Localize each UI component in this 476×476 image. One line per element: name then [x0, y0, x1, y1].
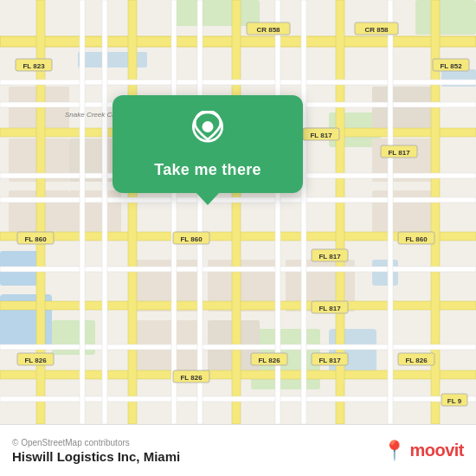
- svg-text:FL 817: FL 817: [318, 357, 341, 364]
- svg-rect-4: [372, 260, 398, 286]
- svg-rect-9: [415, 0, 476, 35]
- map-attribution: © OpenStreetMap contributors: [12, 438, 180, 447]
- moovit-logo: 📍 moovit: [383, 441, 464, 460]
- svg-text:FL 826: FL 826: [180, 374, 203, 382]
- svg-rect-17: [372, 190, 433, 234]
- svg-rect-32: [128, 0, 137, 424]
- place-name: Hiswill Logistics Inc, Miami: [12, 449, 180, 464]
- svg-point-86: [203, 121, 214, 132]
- svg-rect-44: [102, 0, 107, 424]
- moovit-brand-text: moovit: [409, 441, 464, 460]
- map-background: CR 858 CR 858 FL 823 FL 852 FL 817 FL 81…: [0, 0, 476, 424]
- svg-rect-15: [69, 190, 121, 234]
- bottom-bar: © OpenStreetMap contributors Hiswill Log…: [0, 424, 476, 476]
- svg-text:FL 9: FL 9: [447, 397, 462, 405]
- svg-text:FL 817: FL 817: [310, 132, 332, 139]
- svg-rect-46: [197, 0, 203, 424]
- svg-text:FL 852: FL 852: [440, 62, 462, 70]
- svg-text:FL 860: FL 860: [24, 235, 47, 243]
- svg-rect-33: [232, 0, 241, 424]
- location-pin-icon: [187, 111, 228, 152]
- svg-rect-10: [173, 0, 260, 26]
- svg-rect-19: [372, 87, 433, 130]
- svg-rect-40: [0, 267, 476, 272]
- svg-rect-39: [0, 197, 476, 203]
- svg-text:FL 817: FL 817: [388, 149, 410, 157]
- svg-text:FL 826: FL 826: [405, 357, 428, 364]
- svg-rect-43: [80, 0, 85, 424]
- moovit-pin-icon: 📍: [383, 441, 406, 460]
- map-container: CR 858 CR 858 FL 823 FL 852 FL 817 FL 81…: [0, 0, 476, 424]
- svg-rect-49: [388, 0, 393, 424]
- bottom-info: © OpenStreetMap contributors Hiswill Log…: [12, 438, 180, 464]
- svg-text:CR 858: CR 858: [364, 26, 389, 34]
- svg-text:FL 860: FL 860: [180, 235, 203, 243]
- svg-text:FL 826: FL 826: [258, 357, 280, 364]
- take-me-there-button[interactable]: Take me there: [154, 161, 261, 179]
- svg-rect-41: [0, 344, 476, 350]
- svg-text:FL 860: FL 860: [405, 235, 428, 243]
- svg-text:FL 826: FL 826: [24, 357, 47, 364]
- svg-text:FL 817: FL 817: [318, 253, 341, 261]
- svg-rect-45: [171, 0, 177, 424]
- svg-rect-36: [0, 80, 476, 85]
- popup-card: Take me there: [113, 95, 303, 193]
- svg-text:FL 817: FL 817: [318, 305, 341, 312]
- svg-text:CR 858: CR 858: [256, 26, 280, 34]
- svg-text:FL 823: FL 823: [23, 62, 45, 70]
- svg-rect-42: [0, 396, 476, 402]
- svg-rect-48: [301, 0, 306, 424]
